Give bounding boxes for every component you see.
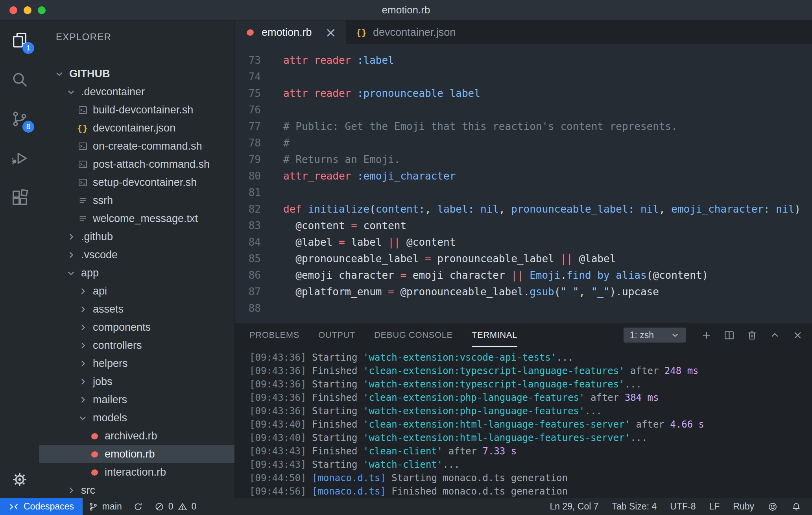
tree-item-models[interactable]: models [39, 409, 234, 427]
code-line-76[interactable]: 76 [235, 102, 812, 118]
code-line-78[interactable]: 78# [235, 135, 812, 151]
tree-item-label: .devcontainer [81, 86, 145, 98]
tree-item-welcome_message.txt[interactable]: welcome_message.txt [39, 209, 234, 228]
panel-tab-output[interactable]: OUTPUT [318, 323, 355, 347]
tree-item-mailers[interactable]: mailers [39, 391, 234, 409]
eol-setting[interactable]: LF [702, 498, 726, 515]
code-line-86[interactable]: 86 @emoji_character = emoji_character ||… [235, 267, 812, 283]
code-line-79[interactable]: 79# Returns an Emoji. [235, 151, 812, 168]
git-branch-icon [88, 502, 98, 512]
tree-item-ssrh[interactable]: ssrh [39, 191, 234, 209]
notifications-button[interactable] [784, 498, 808, 515]
activity-explorer[interactable]: 1 [0, 20, 39, 60]
language-mode[interactable]: Ruby [726, 498, 761, 515]
tree-item-GITHUB[interactable]: GITHUB [39, 65, 234, 83]
tree-item-api[interactable]: api [39, 282, 234, 300]
code-editor[interactable]: 73attr_reader :label7475attr_reader :pro… [235, 44, 812, 323]
kill-terminal-button[interactable] [745, 328, 758, 342]
tree-item-components[interactable]: components [39, 318, 234, 336]
code-line-73[interactable]: 73attr_reader :label [235, 52, 812, 69]
vscode-window: emotion.rb 1 8 [0, 0, 812, 515]
terminal-output[interactable]: [09:43:36] Starting 'watch-extension:vsc… [235, 347, 812, 498]
tree-item-.github[interactable]: .github [39, 228, 234, 246]
activity-run-debug[interactable] [0, 139, 39, 178]
code-line-83[interactable]: 83 @content = content [235, 217, 812, 234]
sync-button[interactable] [127, 498, 149, 515]
minimize-window-button[interactable] [24, 6, 31, 14]
tree-item-src[interactable]: src [39, 481, 234, 498]
tree-item-archived.rb[interactable]: archived.rb [39, 427, 234, 445]
code-line-81[interactable]: 81 [235, 184, 812, 201]
cursor-position[interactable]: Ln 29, Col 7 [543, 498, 605, 515]
terminal-line: [09:43:36] Starting 'watch-extension:typ… [249, 378, 812, 391]
split-terminal-button[interactable] [722, 328, 736, 342]
warning-count: 0 [192, 501, 197, 512]
code-line-77[interactable]: 77# Public: Get the Emoji that this reac… [235, 118, 812, 135]
zoom-window-button[interactable] [38, 6, 46, 14]
line-number: 83 [235, 217, 261, 234]
problems-button[interactable]: 0 0 [149, 498, 202, 515]
activity-extensions[interactable] [0, 178, 39, 217]
tree-item-post-attach-command.sh[interactable]: post-attach-command.sh [39, 155, 234, 173]
line-number: 86 [235, 267, 261, 283]
tab-devcontainer.json[interactable]: {}devcontainer.json [346, 20, 465, 44]
panel-tab-problems[interactable]: PROBLEMS [249, 323, 299, 347]
tree-item-app[interactable]: app [39, 264, 234, 282]
tree-item-setup-devcontainer.sh[interactable]: setup-devcontainer.sh [39, 173, 234, 191]
close-tab-icon[interactable]: × [325, 26, 337, 39]
tree-item-.devcontainer[interactable]: .devcontainer [39, 83, 234, 101]
tree-item-label: controllers [93, 339, 142, 352]
tree-item-helpers[interactable]: helpers [39, 354, 234, 372]
maximize-panel-button[interactable] [768, 328, 781, 342]
tree-item-controllers[interactable]: controllers [39, 336, 234, 354]
code-line-87[interactable]: 87 @platform_enum = @pronounceable_label… [235, 283, 812, 300]
error-icon [154, 502, 164, 512]
tree-item-emotion.rb[interactable]: emotion.rb [39, 445, 234, 463]
feedback-button[interactable] [761, 498, 784, 515]
activity-source-control[interactable]: 8 [0, 99, 39, 139]
panel-tab-debug-console[interactable]: DEBUG CONSOLE [374, 323, 453, 347]
branch-button[interactable]: main [83, 498, 127, 515]
encoding-setting[interactable]: UTF-8 [663, 498, 702, 515]
tree-item-interaction.rb[interactable]: interaction.rb [39, 463, 234, 481]
chevron-right-icon [76, 375, 89, 388]
status-bar: Codespaces main 0 0 Ln 29, Col 7 Tab Siz… [0, 498, 812, 515]
shell-icon [76, 140, 89, 152]
activity-settings[interactable] [0, 461, 39, 498]
editor-tabs: emotion.rb×{}devcontainer.json [235, 20, 812, 44]
chevron-down-icon [65, 85, 77, 98]
tree-item-label: .vscode [81, 249, 118, 261]
json-icon: {} [76, 122, 89, 134]
activity-search[interactable] [0, 60, 39, 99]
terminal-line: [09:43:40] Starting 'watch-extension:htm… [249, 431, 812, 445]
tree-item-jobs[interactable]: jobs [39, 372, 234, 391]
tree-item-label: src [81, 484, 95, 496]
close-panel-button[interactable] [791, 328, 804, 342]
shell-icon [76, 158, 89, 170]
code-line-82[interactable]: 82def initialize(content:, label: nil, p… [235, 201, 812, 217]
window-controls [0, 6, 46, 14]
code-line-88[interactable]: 88 [235, 300, 812, 317]
tree-item-on-create-command.sh[interactable]: on-create-command.sh [39, 137, 234, 155]
tab-emotion.rb[interactable]: emotion.rb× [235, 20, 346, 44]
chevron-down-icon [76, 411, 89, 424]
tree-item-assets[interactable]: assets [39, 300, 234, 318]
tree-item-.vscode[interactable]: .vscode [39, 246, 234, 264]
code-line-74[interactable]: 74 [235, 69, 812, 85]
chevron-right-icon [76, 357, 89, 370]
indentation-setting[interactable]: Tab Size: 4 [605, 498, 663, 515]
workbench: 1 8 [0, 20, 812, 498]
panel-tab-terminal[interactable]: TERMINAL [472, 323, 517, 347]
tree-item-devcontainer.json[interactable]: {}devcontainer.json [39, 119, 234, 137]
code-line-80[interactable]: 80attr_reader :emoji_character [235, 168, 812, 184]
panel-actions: 1: zsh [624, 328, 804, 343]
tree-item-label: archived.rb [105, 430, 157, 442]
code-line-75[interactable]: 75attr_reader :pronounceable_label [235, 85, 812, 102]
code-line-84[interactable]: 84 @label = label || @content [235, 234, 812, 250]
new-terminal-button[interactable] [699, 328, 713, 342]
close-window-button[interactable] [9, 6, 17, 14]
code-line-85[interactable]: 85 @pronounceable_label = pronounceable_… [235, 250, 812, 267]
terminal-shell-select[interactable]: 1: zsh [624, 328, 686, 343]
codespaces-remote-button[interactable]: Codespaces [0, 498, 83, 515]
tree-item-build-devcontainer.sh[interactable]: build-devcontainer.sh [39, 101, 234, 119]
